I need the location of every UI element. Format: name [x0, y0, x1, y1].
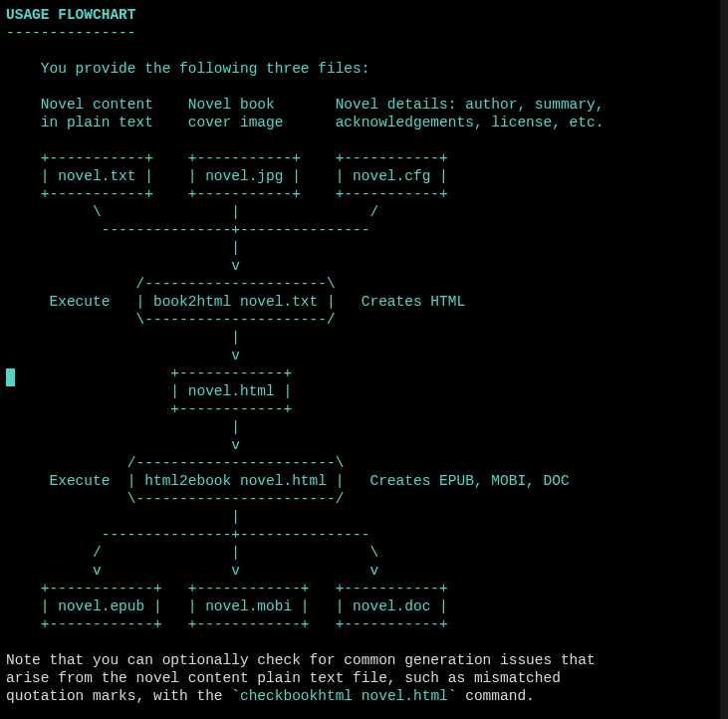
- flowchart-diagram: --------------- You provide the followin…: [6, 25, 604, 632]
- note-line-2: arise from the novel content plain text …: [6, 670, 561, 686]
- terminal-cursor: [6, 368, 15, 386]
- note-line-3b: ` command.: [448, 688, 535, 704]
- note-line-3a: quotation marks, with the `: [6, 688, 240, 704]
- section-heading: USAGE FLOWCHART: [6, 7, 136, 23]
- command-example: checkbookhtml novel.html: [240, 688, 448, 704]
- terminal-content: USAGE FLOWCHART --------------- You prov…: [0, 0, 728, 711]
- scrollbar[interactable]: [720, 0, 728, 719]
- note-line-1: Note that you can optionally check for c…: [6, 652, 596, 668]
